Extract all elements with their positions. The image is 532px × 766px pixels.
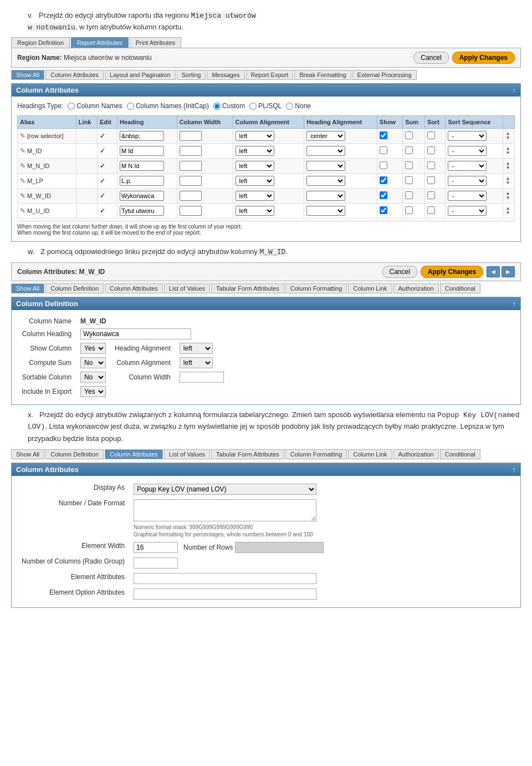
sort-buttons[interactable]: ▲▼ — [505, 146, 512, 155]
edit-icon[interactable]: ✎ — [20, 207, 25, 215]
num-rows-input[interactable] — [235, 542, 324, 553]
heading-input[interactable] — [120, 176, 164, 186]
subtab-messages[interactable]: Messages — [207, 70, 244, 80]
subtab2-col-link[interactable]: Column Link — [348, 283, 392, 293]
sum-checkbox[interactable] — [405, 191, 413, 199]
col-width-input2[interactable] — [180, 372, 224, 383]
subtab3-conditional[interactable]: Conditional — [440, 449, 480, 459]
subtab2-lov[interactable]: List of Values — [164, 283, 210, 293]
sort-buttons[interactable]: ▲▼ — [505, 206, 512, 215]
sum-checkbox[interactable] — [405, 131, 413, 139]
subtab2-col-def[interactable]: Column Definition — [45, 283, 104, 293]
subtab-show-all[interactable]: Show All — [11, 70, 44, 80]
sort-seq-select[interactable]: - — [448, 206, 487, 216]
radio-plsql[interactable]: PL/SQL — [249, 102, 282, 110]
heading-align-select[interactable]: leftcenterright — [180, 343, 213, 354]
radio-custom[interactable]: Custom — [213, 102, 245, 110]
head-align-select[interactable]: leftcenterright — [306, 146, 345, 156]
show-checkbox[interactable] — [380, 176, 387, 184]
elem-width-input[interactable] — [134, 542, 178, 553]
compute-sum-select[interactable]: NoYes — [80, 357, 106, 368]
sort-checkbox[interactable] — [427, 161, 435, 169]
num-cols-input[interactable] — [134, 557, 178, 569]
col-align-select[interactable]: leftcenterright — [236, 176, 274, 186]
head-align-select[interactable] — [306, 176, 345, 186]
sort-seq-select[interactable]: -12 — [448, 131, 487, 141]
radio-none[interactable]: None — [286, 102, 311, 110]
sort-checkbox[interactable] — [427, 146, 435, 154]
col-width-input[interactable] — [180, 146, 202, 156]
heading-input[interactable] — [120, 191, 164, 201]
sort-seq-select[interactable]: -12 — [448, 146, 487, 156]
nav-prev-button[interactable]: ◄ — [487, 266, 500, 277]
radio-col-names[interactable]: Column Names — [68, 102, 122, 110]
col-align-select[interactable]: leftcenterright — [236, 131, 274, 141]
edit-icon[interactable]: ✎ — [20, 147, 25, 155]
tab-report-attributes[interactable]: Report Attributes — [71, 37, 129, 48]
subtab3-show-all[interactable]: Show All — [11, 449, 44, 459]
subtab2-tabular-form[interactable]: Tabular Form Attributes — [211, 283, 284, 293]
show-checkbox[interactable] — [380, 146, 387, 154]
show-checkbox[interactable] — [380, 191, 387, 199]
subtab3-col-attr[interactable]: Column Attributes — [105, 449, 163, 459]
col-heading-input[interactable] — [80, 328, 191, 339]
edit-icon[interactable]: ✎ — [20, 192, 25, 200]
subtab-sorting[interactable]: Sorting — [177, 70, 206, 80]
tab-print-attributes[interactable]: Print Attributes — [130, 37, 182, 48]
subtab2-col-attr[interactable]: Column Attributes — [105, 283, 163, 293]
sum-checkbox[interactable] — [405, 206, 413, 214]
subtab-layout-pagination[interactable]: Layout and Pagination — [105, 70, 175, 80]
sort-checkbox[interactable] — [427, 191, 435, 199]
show-col-select[interactable]: YesNo — [80, 343, 106, 354]
edit-icon[interactable]: ✎ — [20, 177, 25, 185]
sort-checkbox[interactable] — [427, 176, 435, 184]
col-width-input[interactable] — [180, 161, 202, 171]
sort-seq-select[interactable]: - — [448, 191, 487, 201]
display-as-select[interactable]: Popup Key LOV (named LOV) Text Field Sel… — [134, 484, 316, 495]
radio-col-names-initcap[interactable]: Column Names (InitCap) — [127, 102, 209, 110]
sum-checkbox[interactable] — [405, 146, 413, 154]
col-width-input[interactable] — [180, 206, 202, 216]
sort-buttons[interactable]: ▲▼ — [505, 161, 512, 170]
sort-checkbox[interactable] — [427, 131, 435, 139]
num-date-textarea[interactable] — [134, 499, 316, 521]
col-width-input[interactable] — [180, 191, 202, 201]
col-width-input[interactable] — [180, 176, 202, 186]
include-export-select[interactable]: YesNo — [80, 386, 106, 397]
col-align-select[interactable]: leftcenterright — [236, 206, 274, 216]
subtab-external-processing[interactable]: External Processing — [352, 70, 417, 80]
heading-input[interactable] — [120, 131, 164, 141]
nav-next-button[interactable]: ► — [502, 266, 515, 277]
edit-icon[interactable]: ✎ — [20, 132, 25, 140]
sort-seq-select[interactable]: - — [448, 161, 487, 171]
subtab3-tabular-form[interactable]: Tabular Form Attributes — [211, 449, 284, 459]
heading-input[interactable] — [120, 161, 164, 171]
show-checkbox[interactable] — [380, 131, 387, 139]
subtab3-col-link[interactable]: Column Link — [348, 449, 392, 459]
col-align-select2[interactable]: leftcenterright — [180, 357, 213, 368]
sort-checkbox[interactable] — [427, 206, 435, 214]
col-width-input[interactable] — [180, 131, 202, 141]
head-align-select[interactable] — [306, 206, 345, 216]
cancel-button-2[interactable]: Cancel — [382, 266, 417, 278]
head-align-select[interactable] — [306, 191, 345, 201]
show-checkbox[interactable] — [380, 161, 387, 169]
edit-icon[interactable]: ✎ — [20, 162, 25, 170]
subtab3-authorization[interactable]: Authorization — [393, 449, 439, 459]
heading-input[interactable] — [120, 206, 164, 216]
elem-attr-input[interactable] — [134, 573, 316, 584]
cancel-button[interactable]: Cancel — [413, 52, 448, 64]
sum-checkbox[interactable] — [405, 161, 413, 169]
col-align-select[interactable]: leftcenterright — [236, 146, 274, 156]
sum-checkbox[interactable] — [405, 176, 413, 184]
tab-region-definition[interactable]: Region Definition — [11, 37, 70, 48]
apply-changes-button[interactable]: Apply Changes — [452, 52, 515, 64]
subtab3-col-formatting[interactable]: Column Formatting — [285, 449, 347, 459]
col-align-select[interactable]: leftcenterright — [236, 161, 274, 171]
subtab-column-attributes[interactable]: Column Attributes — [45, 70, 104, 80]
subtab2-authorization[interactable]: Authorization — [393, 283, 439, 293]
subtab2-show-all[interactable]: Show All — [11, 283, 44, 293]
subtab2-conditional[interactable]: Conditional — [440, 283, 480, 293]
sortable-select[interactable]: NoYes — [80, 372, 106, 383]
sort-seq-select[interactable]: - — [448, 176, 487, 186]
